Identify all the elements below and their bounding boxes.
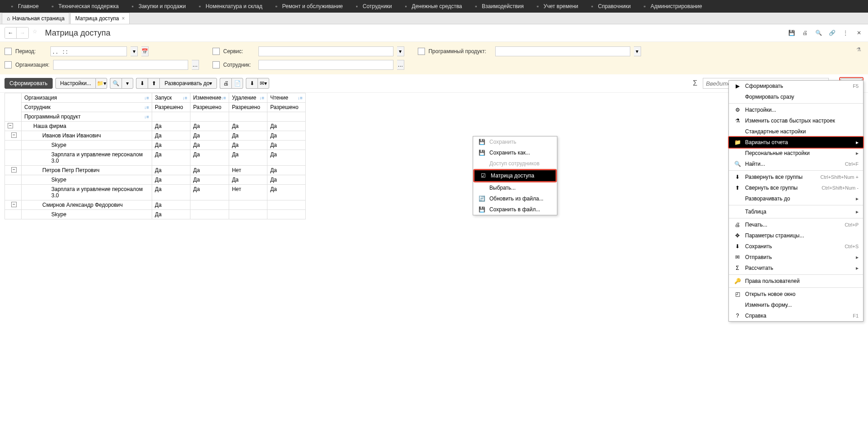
- submenu-item-Обновить из файла...[interactable]: 🔄Обновить из файла...: [473, 193, 557, 204]
- service-dropdown[interactable]: ▾: [397, 46, 404, 56]
- download-button[interactable]: ⬇: [246, 78, 258, 89]
- nav-Администрирование[interactable]: ▫Администрирование: [636, 3, 707, 9]
- nav-Денежные средства[interactable]: ▫Денежные средства: [398, 3, 468, 9]
- nav-Справочники[interactable]: ▫Справочники: [583, 3, 636, 9]
- table-row[interactable]: SkypeДаДаДаДа: [5, 141, 306, 150]
- nav-Главное[interactable]: ▫Главное: [4, 3, 44, 9]
- sort-icon[interactable]: ↓≡: [298, 95, 303, 100]
- search-dropdown[interactable]: ▾: [122, 78, 133, 89]
- col-read[interactable]: Чтение: [270, 95, 288, 101]
- employee-select[interactable]: …: [397, 60, 404, 70]
- tree-toggle-icon[interactable]: −: [11, 132, 17, 138]
- table-row[interactable]: SkypeДаДаДаДа: [5, 175, 306, 185]
- nav-Техническая поддержка[interactable]: ▫Техническая поддержка: [44, 3, 124, 9]
- period-checkbox[interactable]: [5, 48, 12, 55]
- employee-checkbox[interactable]: [212, 61, 220, 68]
- link-icon[interactable]: 🔗: [827, 28, 836, 37]
- preview-icon[interactable]: 🔍: [814, 28, 823, 37]
- period-dropdown[interactable]: ▾: [131, 46, 138, 56]
- sort-icon[interactable]: ↓≡: [259, 95, 264, 100]
- product-input[interactable]: [495, 46, 630, 56]
- expand-all-button[interactable]: ⬇: [136, 78, 148, 89]
- menu-item-Персональные настройки[interactable]: Персональные настройки▸: [729, 148, 863, 159]
- org-input[interactable]: [53, 60, 188, 70]
- sort-icon[interactable]: ↓≡: [221, 95, 226, 100]
- table-row[interactable]: Зарплата и управление персоналом 3.0ДаДа…: [5, 185, 306, 200]
- menu-item-Варианты отчета[interactable]: 📁Варианты отчета▸: [729, 137, 863, 148]
- preview-button[interactable]: 📄: [231, 78, 243, 89]
- period-input[interactable]: [50, 46, 127, 56]
- nav-Ремонт и обслуживание[interactable]: ▫Ремонт и обслуживание: [268, 3, 348, 9]
- table-row[interactable]: −Иванов Иван ИвановичДаДаДаДа: [5, 131, 306, 141]
- tab-Начальная страница[interactable]: ⌂Начальная страница: [2, 13, 69, 24]
- product-checkbox[interactable]: [418, 48, 425, 55]
- table-row[interactable]: SkypeДа: [5, 210, 306, 219]
- favorite-icon[interactable]: ☆: [32, 28, 41, 37]
- tab-close-icon[interactable]: ×: [122, 15, 125, 22]
- table-row[interactable]: −Смирнов Александр ФедоровичДа: [5, 200, 306, 210]
- filter-funnel-icon[interactable]: ⚗: [856, 46, 861, 53]
- settings-button[interactable]: Настройки...: [55, 78, 96, 89]
- menu-item-Изменить состав быстрых настроек[interactable]: ⚗Изменить состав быстрых настроек: [729, 115, 863, 126]
- nav-Взаимодействия[interactable]: ▫Взаимодействия: [467, 3, 529, 9]
- generate-button[interactable]: Сформировать: [5, 78, 53, 89]
- collapse-all-button[interactable]: ⬆: [148, 78, 159, 89]
- menu-icon: ▫: [9, 3, 15, 9]
- menu-item-Формировать сразу[interactable]: Формировать сразу: [729, 91, 863, 102]
- menu-item-Разворачивать до[interactable]: Разворачивать до▸: [729, 193, 863, 204]
- submenu-item-Матрица доступа[interactable]: ☑Матрица доступа: [475, 170, 556, 181]
- menu-item-Сформировать[interactable]: ▶СформироватьF5: [729, 81, 863, 91]
- cell-read: [267, 200, 306, 210]
- period-calendar[interactable]: 📅: [141, 46, 149, 56]
- expand-to-button[interactable]: Разворачивать до ▾: [159, 78, 217, 89]
- table-row[interactable]: −Наша фирмаДаДаДаДа: [5, 122, 306, 131]
- nav-Закупки и продажи[interactable]: ▫Закупки и продажи: [124, 3, 191, 9]
- forward-button[interactable]: →: [17, 27, 28, 38]
- table-row[interactable]: Зарплата и управление персоналом 3.0ДаДа…: [5, 150, 306, 166]
- print-icon[interactable]: 🖨: [800, 28, 809, 37]
- product-dropdown[interactable]: ▾: [634, 46, 641, 56]
- col-change[interactable]: Изменение: [193, 95, 221, 101]
- col-launch[interactable]: Запуск: [155, 95, 172, 101]
- menu-item-Стандартные настройки[interactable]: Стандартные настройки: [729, 126, 863, 137]
- tree-toggle-icon[interactable]: −: [11, 202, 17, 207]
- menu-item-Развернуть все группы[interactable]: ⬇Развернуть все группыCtrl+Shift+Num +: [729, 172, 863, 182]
- nav-Учет времени[interactable]: ▫Учет времени: [529, 3, 583, 9]
- employee-input[interactable]: [258, 60, 393, 70]
- tab-Матрица доступа[interactable]: Матрица доступа×: [70, 13, 130, 24]
- close-icon[interactable]: ✕: [854, 28, 863, 37]
- menu-item-Таблица[interactable]: Таблица▸: [729, 206, 863, 217]
- menu-item-Найти...[interactable]: 🔍Найти...Ctrl+F: [729, 159, 863, 169]
- tree-toggle-icon[interactable]: −: [8, 123, 13, 128]
- settings-variants-button[interactable]: 📁▾: [95, 78, 107, 89]
- submenu-item-Выбрать...[interactable]: Выбрать...: [473, 182, 557, 193]
- table-row[interactable]: −Петров Петр ПетровичДаДаНетДа: [5, 166, 306, 175]
- submenu-item-Сохранить как...[interactable]: 💾Сохранить как...: [473, 147, 557, 158]
- sort-icon[interactable]: ↓≡: [144, 105, 149, 110]
- save-icon: 💾: [478, 139, 486, 145]
- menu-item-Свернуть все группы[interactable]: ⬆Свернуть все группыCtrl+Shift+Num -: [729, 182, 863, 193]
- col-org[interactable]: Организация: [24, 95, 57, 101]
- tree-toggle-icon[interactable]: −: [11, 167, 17, 173]
- col-employee[interactable]: Сотрудник: [24, 104, 50, 110]
- org-select[interactable]: …: [192, 60, 199, 70]
- nav-Сотрудники[interactable]: ▫Сотрудники: [348, 3, 398, 9]
- print-button[interactable]: 🖨: [220, 78, 231, 89]
- search-button[interactable]: 🔍: [110, 78, 122, 89]
- more-vert-icon[interactable]: ⋮: [841, 28, 850, 37]
- service-checkbox[interactable]: [212, 48, 220, 55]
- col-product[interactable]: Программный продукт: [24, 114, 81, 120]
- sort-icon[interactable]: ↓≡: [144, 95, 149, 100]
- send-button[interactable]: ✉▾: [258, 78, 269, 89]
- nav-Номенклатура и склад[interactable]: ▫Номенклатура и склад: [191, 3, 268, 9]
- sort-icon[interactable]: ↓≡: [144, 114, 149, 119]
- sigma-icon[interactable]: Σ: [693, 79, 697, 87]
- save-report-icon[interactable]: 💾: [787, 28, 796, 37]
- back-button[interactable]: ←: [5, 27, 17, 38]
- submenu-item-Сохранить в файл...[interactable]: 💾Сохранить в файл...: [473, 204, 557, 215]
- service-input[interactable]: [258, 46, 393, 56]
- sort-icon[interactable]: ↓≡: [182, 95, 187, 100]
- org-checkbox[interactable]: [5, 61, 12, 68]
- col-delete[interactable]: Удаление: [232, 95, 256, 101]
- menu-item-Настройки...[interactable]: ⚙Настройки...: [729, 105, 863, 115]
